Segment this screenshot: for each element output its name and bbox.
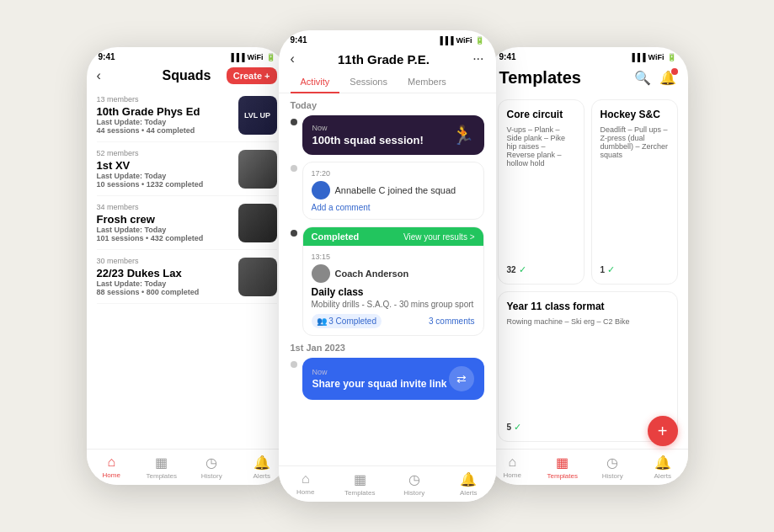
back-button-left[interactable]: ‹ bbox=[97, 68, 101, 83]
squad-item-3[interactable]: 34 members Frosh crew Last Update: Today… bbox=[97, 196, 277, 250]
bottom-nav-left: ⌂ Home ▦ Templates ◷ History 🔔 Alerts bbox=[87, 449, 287, 485]
squad-image-4 bbox=[238, 258, 277, 296]
nav-templates-label-left: Templates bbox=[147, 472, 177, 480]
squads-title: Squads bbox=[163, 68, 211, 83]
nav-home-center[interactable]: ⌂ Home bbox=[279, 470, 334, 498]
squad-info-1: 13 members 10th Grade Phys Ed Last Updat… bbox=[97, 95, 232, 135]
home-icon-center: ⌂ bbox=[302, 471, 310, 487]
coach-name: Coach Anderson bbox=[335, 269, 409, 279]
right-header: Templates 🔍 🔔 bbox=[488, 63, 688, 93]
center-header: ‹ 11th Grade P.E. ··· bbox=[279, 46, 496, 72]
templates-icon-right: ▦ bbox=[556, 455, 568, 471]
squad-name-3: Frosh crew bbox=[97, 213, 232, 226]
tab-members[interactable]: Members bbox=[398, 72, 456, 93]
nav-home-label-right: Home bbox=[504, 471, 521, 479]
view-results-link[interactable]: View your results > bbox=[403, 232, 475, 242]
left-phone: 9:41 ▐▐▐ WiFi 🔋 ‹ Squads Create + 13 mem… bbox=[87, 47, 287, 485]
nav-history-right[interactable]: ◷ History bbox=[588, 453, 638, 481]
class-name: Daily class bbox=[312, 286, 475, 298]
fab-button[interactable]: + bbox=[648, 416, 678, 446]
templates-icon-left: ▦ bbox=[155, 455, 168, 471]
today-label: Today bbox=[291, 100, 484, 110]
time-right: 9:41 bbox=[499, 52, 516, 61]
squad-name-4: 22/23 Dukes Lax bbox=[97, 267, 232, 279]
feed-dot-2 bbox=[291, 165, 297, 172]
templates-grid: Core circuit V-ups – Plank – Side plank … bbox=[488, 93, 688, 449]
history-icon-left: ◷ bbox=[206, 455, 217, 471]
center-title: 11th Grade P.E. bbox=[295, 52, 472, 66]
nav-templates-left[interactable]: ▦ Templates bbox=[136, 453, 187, 481]
search-icon[interactable]: 🔍 bbox=[634, 70, 651, 86]
activity-feed: Today Now 100th squad session! 🏃 bbox=[279, 93, 496, 466]
templates-icon-center: ▦ bbox=[354, 471, 366, 487]
feed-dot-4 bbox=[291, 361, 297, 368]
status-bar-right: 9:41 ▐▐▐ WiFi 🔋 bbox=[488, 47, 688, 63]
squad-list: 13 members 10th Grade Phys Ed Last Updat… bbox=[87, 88, 287, 449]
completed-label: Completed bbox=[312, 231, 360, 242]
feed-dot-1 bbox=[291, 119, 297, 125]
squads-header: ‹ Squads Create + bbox=[87, 63, 287, 88]
template-name-3: Year 11 class format bbox=[507, 301, 669, 312]
coach-avatar bbox=[312, 264, 330, 283]
template-card-3[interactable]: Year 11 class format Rowing machine – Sk… bbox=[498, 291, 678, 443]
squad-members-2: 52 members bbox=[97, 149, 232, 157]
template-badge-2: 1 ✓ bbox=[601, 264, 669, 275]
template-desc-2: Deadlift – Pull ups – Z-press (dual dumb… bbox=[601, 125, 669, 258]
template-desc-1: V-ups – Plank – Side plank – Pike hip ra… bbox=[507, 125, 575, 258]
template-badge-1: 32 ✓ bbox=[507, 264, 575, 275]
nav-history-left[interactable]: ◷ History bbox=[187, 453, 238, 481]
invite-share-icon: ⇄ bbox=[449, 366, 474, 391]
squad-info-4: 30 members 22/23 Dukes Lax Last Update: … bbox=[97, 257, 232, 296]
center-phone-content: ‹ 11th Grade P.E. ··· Activity Sessions … bbox=[279, 46, 496, 466]
tab-activity[interactable]: Activity bbox=[291, 72, 340, 93]
nav-alerts-center[interactable]: 🔔 Alerts bbox=[441, 470, 496, 498]
session-card[interactable]: Now 100th squad session! 🏃 bbox=[302, 115, 484, 155]
squad-info-2: 52 members 1st XV Last Update: Today 10 … bbox=[97, 149, 232, 189]
coach-row: Coach Anderson bbox=[312, 264, 475, 283]
squad-image-2 bbox=[238, 150, 277, 189]
invite-card[interactable]: Now Share your squad invite link ⇄ bbox=[302, 358, 484, 400]
squad-members-1: 13 members bbox=[97, 95, 232, 104]
right-phone: 9:41 ▐▐▐ WiFi 🔋 Templates 🔍 🔔 bbox=[488, 47, 688, 485]
add-comment-link[interactable]: Add a comment bbox=[312, 203, 475, 212]
completed-count[interactable]: 👥 3 Completed bbox=[312, 314, 382, 328]
tab-sessions[interactable]: Sessions bbox=[339, 72, 398, 93]
templates-title: Templates bbox=[499, 68, 581, 88]
badge-count-1: 32 bbox=[507, 265, 516, 274]
nav-alerts-label-right: Alerts bbox=[654, 472, 671, 480]
invite-title: Share your squad invite link bbox=[312, 378, 447, 390]
create-button[interactable]: Create + bbox=[227, 67, 277, 84]
day-label-2: 1st Jan 2023 bbox=[291, 343, 484, 353]
status-icons-center: ▐▐▐ WiFi 🔋 bbox=[437, 36, 483, 45]
comments-count[interactable]: 3 comments bbox=[429, 317, 474, 326]
invite-now: Now bbox=[312, 368, 447, 376]
center-tabs: Activity Sessions Members bbox=[279, 72, 496, 93]
squad-name-1: 10th Grade Phys Ed bbox=[97, 105, 232, 118]
alerts-icon-right: 🔔 bbox=[654, 455, 671, 471]
template-desc-3: Rowing machine – Ski erg – C2 Bike bbox=[507, 317, 669, 416]
squad-item-4[interactable]: 30 members 22/23 Dukes Lax Last Update: … bbox=[97, 250, 277, 304]
squad-image-1: LVL UP bbox=[238, 96, 277, 135]
feed-dot-3 bbox=[291, 230, 297, 237]
more-button[interactable]: ··· bbox=[472, 51, 483, 66]
nav-history-center[interactable]: ◷ History bbox=[387, 470, 442, 498]
squad-item-2[interactable]: 52 members 1st XV Last Update: Today 10 … bbox=[97, 142, 277, 196]
nav-home-left[interactable]: ⌂ Home bbox=[87, 453, 137, 481]
squad-image-3 bbox=[238, 204, 277, 242]
nav-templates-label-center: Templates bbox=[344, 489, 375, 497]
nav-alerts-right[interactable]: 🔔 Alerts bbox=[638, 453, 688, 481]
home-icon-left: ⌂ bbox=[107, 455, 115, 470]
template-card-2[interactable]: Hockey S&C Deadlift – Pull ups – Z-press… bbox=[591, 99, 678, 285]
squad-item-1[interactable]: 13 members 10th Grade Phys Ed Last Updat… bbox=[97, 88, 277, 142]
nav-history-label-right: History bbox=[602, 472, 623, 480]
nav-templates-center[interactable]: ▦ Templates bbox=[333, 470, 387, 498]
feed-item-join: 17:20 Annabelle C joined the squad Add a… bbox=[291, 162, 484, 220]
nav-alerts-label-left: Alerts bbox=[254, 472, 270, 480]
squad-meta-3: Last Update: Today 101 sessions • 432 co… bbox=[97, 226, 232, 242]
squad-meta-2: Last Update: Today 10 sessions • 1232 co… bbox=[97, 172, 232, 189]
template-card-1[interactable]: Core circuit V-ups – Plank – Side plank … bbox=[498, 99, 585, 285]
bell-icon[interactable]: 🔔 bbox=[659, 70, 676, 86]
nav-templates-right[interactable]: ▦ Templates bbox=[537, 453, 588, 481]
nav-home-label-center: Home bbox=[296, 488, 314, 496]
feed-item-completed: Completed View your results > 13:15 Coac… bbox=[291, 226, 484, 336]
